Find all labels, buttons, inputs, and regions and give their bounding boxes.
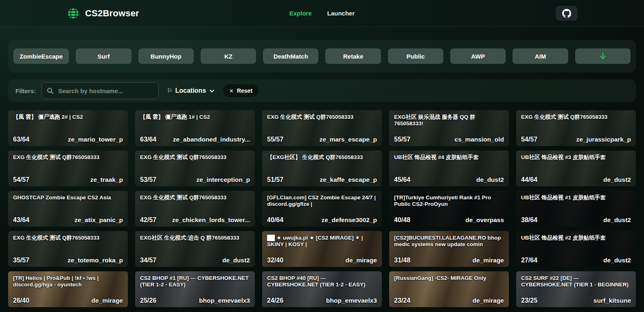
arrow-down-icon (599, 52, 607, 60)
category-panel: ZombieEscapeSurfBunnyHopKZDeathMatchReta… (8, 40, 636, 72)
app-header: CS2Browser Explore Launcher (0, 0, 644, 27)
category-button[interactable]: AWP (450, 48, 506, 64)
brand[interactable]: CS2Browser (66, 7, 148, 20)
map-name: de_dust2 (160, 257, 250, 264)
locations-dropdown[interactable]: ⚐ Locations (164, 87, 217, 94)
reset-button[interactable]: ✕ Reset (223, 84, 258, 97)
server-card[interactable]: UB社区 饰品检视 #3 皮肤贴纸手套 44/64 de_dust2 (516, 151, 636, 186)
server-card[interactable]: [RussianGang] -CS2- MIRAGE Only 23/24 de… (389, 271, 509, 307)
search-input[interactable] (57, 87, 153, 95)
category-button[interactable]: Retake (325, 48, 381, 64)
player-count: 40/64 (267, 216, 283, 224)
server-card[interactable]: EXG 生化模式 测试 Q群765058333 55/57 ze_mars_es… (262, 110, 382, 146)
github-icon (562, 9, 571, 18)
player-count: 32/40 (267, 257, 283, 264)
player-count: 38/64 (521, 216, 537, 224)
server-card[interactable]: CS2 SURF #22 [DE] — CYBERSHOKE.NET (TIER… (516, 271, 636, 307)
server-grid: 【風 雲】 僵尸逃跑 2# | CS2 63/64 ze_mario_tower… (8, 110, 636, 307)
map-name: ze_chicken_lords_tower... (160, 216, 250, 224)
server-name: 【風 雲】 僵尸逃跑 1# | CS2 (140, 114, 250, 120)
server-name: GHOSTCAP Zombie Escape CS2 Asia (13, 194, 123, 201)
reset-label: Reset (237, 87, 252, 94)
server-card[interactable]: 【風 雲】 僵尸逃跑 1# | CS2 63/64 ze_abandoned_i… (135, 110, 255, 146)
category-button[interactable]: AIM (513, 48, 568, 64)
player-count: 55/57 (267, 136, 283, 143)
category-button[interactable]: Surf (76, 48, 131, 64)
server-card[interactable]: 【風 雲】 僵尸逃跑 2# | CS2 63/64 ze_mario_tower… (8, 110, 128, 146)
server-card[interactable]: CS2 BHOP #1 [RU] — CYBERSHOKE.NET (TIER … (135, 271, 255, 307)
server-card[interactable]: [TR] Helios | Pro&Pub | !kf • !ws | disc… (8, 271, 128, 307)
main-nav: Explore Launcher (148, 10, 496, 17)
server-card[interactable]: [TR]Turkiye Cumhuriyeti Rank #1 Pro Publ… (389, 191, 509, 227)
server-name: EXG 生化模式 测试 Q群765058333 (140, 194, 250, 201)
search-box (42, 82, 159, 99)
server-card[interactable]: EXG社区 娱乐混战 服务器 QQ 群 765058333! 55/57 cs_… (389, 110, 509, 146)
map-name: de_dust2 (414, 176, 504, 183)
server-card[interactable]: [CS2]BUCURESTI.LALEAGANE.RO bhop medic s… (389, 231, 509, 267)
server-card[interactable]: [GFLClan.com] CS2 Zombie Escape 24/7 | d… (262, 191, 382, 227)
locations-label: Locations (175, 87, 206, 94)
category-button[interactable]: KZ (201, 48, 256, 64)
category-button[interactable]: BunnyHop (138, 48, 194, 64)
map-name: de_mirage (414, 257, 504, 264)
map-name: de_dust2 (541, 216, 631, 224)
server-card[interactable]: CS2 BHOP #40 [RU] — CYBERSHOKE.NET (TIER… (262, 271, 382, 307)
map-name: ze_defense3002_p (287, 216, 377, 224)
collapse-filters-button[interactable] (575, 48, 631, 64)
map-name: ze_mario_tower_p (33, 136, 123, 143)
server-name: EXG社区 生化模式:追击 Q 群765058333 (140, 235, 250, 241)
server-name: EXG 生化模式 测试 Q群765058333 (521, 114, 631, 120)
category-bar: ZombieEscapeSurfBunnyHopKZDeathMatchReta… (13, 48, 631, 64)
map-name: ze_totemo_roka_p (33, 257, 123, 264)
player-count: 53/57 (140, 176, 156, 183)
app-title: CS2Browser (85, 8, 139, 19)
github-button[interactable] (556, 6, 578, 21)
nav-launcher[interactable]: Launcher (327, 10, 355, 17)
server-card[interactable]: UB社区 饰品检视 #4 皮肤贴纸手套 45/64 de_dust2 (389, 151, 509, 186)
player-count: 45/64 (394, 176, 410, 183)
map-name: ze_kaffe_escape_p (287, 176, 377, 183)
map-name: cs_mansion_old (414, 136, 504, 143)
category-button[interactable]: DeathMatch (263, 48, 318, 64)
server-name: UB社区 饰品检视 #4 皮肤贴纸手套 (394, 154, 504, 161)
server-card[interactable]: UB社区 饰品检视 #1 皮肤贴纸手套 38/64 de_dust2 (516, 191, 636, 227)
server-card[interactable]: EXG 生化模式 测试 Q群765058333 42/57 ze_chicken… (135, 191, 255, 227)
server-card[interactable]: EXG 生化模式 测试 Q群765058333 54/57 ze_jurassi… (516, 110, 636, 146)
player-count: 43/64 (13, 216, 29, 224)
nav-explore[interactable]: Explore (289, 10, 312, 17)
flag-icon: ⚐ (167, 87, 172, 94)
player-count: 63/64 (140, 136, 156, 143)
server-name: [TR] Helios | Pro&Pub | !kf • !ws | disc… (13, 275, 123, 288)
player-count: 63/64 (13, 136, 29, 143)
category-button[interactable]: ZombieEscape (13, 48, 69, 64)
filter-panel: Filters: ⚐ Locations ✕ Reset (8, 79, 636, 102)
map-name: ze_abandoned_industry... (160, 136, 250, 143)
server-card[interactable]: UB社区 饰品检视 #2 皮肤贴纸手套 27/64 de_dust2 (516, 231, 636, 267)
server-card[interactable]: EXG社区 生化模式:追击 Q 群765058333 34/57 de_dust… (135, 231, 255, 267)
map-name: bhop_emevaelx3 (160, 297, 250, 304)
server-name: CS2 BHOP #1 [RU] — CYBERSHOKE.NET (TIER … (140, 275, 250, 288)
category-button[interactable]: Public (388, 48, 443, 64)
server-name: EXG 生化模式 测试 Q群765058333 (267, 114, 377, 120)
map-name: ze_jurassicpark_p (541, 136, 631, 143)
server-name: ██ ★ uwujka.pl ★ [CS2 MIRAGE] ⚫ | SKINY … (267, 235, 377, 248)
server-card[interactable]: 【EXG社区】 生化模式 Q群765058333 51/57 ze_kaffe_… (262, 151, 382, 186)
map-name: ze_interception_p (160, 176, 250, 183)
server-card[interactable]: EXG 生化模式 测试 Q群765058333 54/57 ze_traak_p (8, 151, 128, 186)
server-card[interactable]: EXG 生化模式 测试 Q群765058333 35/57 ze_totemo_… (8, 231, 128, 267)
player-count: 35/57 (13, 257, 29, 264)
map-name: bhop_emevaelx3 (287, 297, 377, 304)
map-name: de_overpass (414, 216, 504, 224)
map-name: ze_traak_p (33, 176, 123, 183)
server-card[interactable]: ██ ★ uwujka.pl ★ [CS2 MIRAGE] ⚫ | SKINY … (262, 231, 382, 267)
map-name: ze_mars_escape_p (287, 136, 377, 143)
map-name: de_dust2 (541, 257, 631, 264)
server-name: [RussianGang] -CS2- MIRAGE Only (394, 275, 504, 281)
player-count: 54/57 (13, 176, 29, 183)
server-name: CS2 BHOP #40 [RU] — CYBERSHOKE.NET (TIER… (267, 275, 377, 288)
map-name: de_mirage (287, 257, 377, 264)
server-name: UB社区 饰品检视 #1 皮肤贴纸手套 (521, 194, 631, 201)
server-card[interactable]: EXG 生化模式 测试 Q群765058333 53/57 ze_interce… (135, 151, 255, 186)
filters-label: Filters: (15, 87, 36, 94)
server-card[interactable]: GHOSTCAP Zombie Escape CS2 Asia 43/64 ze… (8, 191, 128, 227)
